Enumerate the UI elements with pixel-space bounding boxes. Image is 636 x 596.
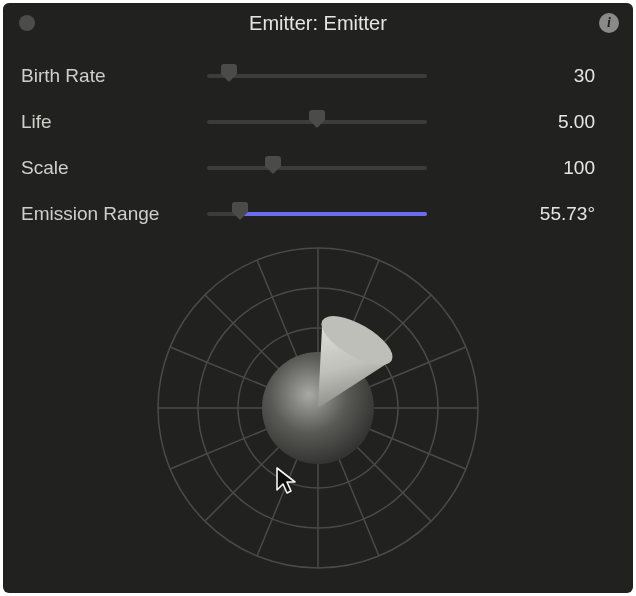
slider-fill: [240, 212, 427, 216]
param-row-life: Life 5.00: [21, 99, 615, 145]
param-label: Life: [21, 111, 207, 133]
param-value[interactable]: 100: [427, 157, 615, 179]
slider-track: [207, 166, 427, 170]
param-row-birth-rate: Birth Rate 30: [21, 53, 615, 99]
param-value[interactable]: 55.73°: [427, 203, 615, 225]
param-label: Birth Rate: [21, 65, 207, 87]
info-icon[interactable]: i: [599, 13, 619, 33]
emission-radar-area: [3, 237, 633, 582]
param-label: Scale: [21, 157, 207, 179]
slider-track: [207, 74, 427, 78]
emitter-hud-panel: Emitter: Emitter i Birth Rate 30 Life 5.…: [3, 3, 633, 593]
emission-radar-control[interactable]: [153, 243, 483, 573]
emission-range-slider[interactable]: [207, 202, 427, 226]
title-bar: Emitter: Emitter i: [3, 3, 633, 43]
parameter-list: Birth Rate 30 Life 5.00 Scale 100 E: [3, 43, 633, 237]
scale-slider[interactable]: [207, 156, 427, 180]
param-row-scale: Scale 100: [21, 145, 615, 191]
param-value[interactable]: 5.00: [427, 111, 615, 133]
life-slider[interactable]: [207, 110, 427, 134]
birth-rate-slider[interactable]: [207, 64, 427, 88]
param-row-emission-range: Emission Range 55.73°: [21, 191, 615, 237]
window-dot-icon[interactable]: [19, 15, 35, 31]
param-value[interactable]: 30: [427, 65, 615, 87]
panel-title: Emitter: Emitter: [3, 12, 633, 35]
param-label: Emission Range: [21, 203, 207, 225]
